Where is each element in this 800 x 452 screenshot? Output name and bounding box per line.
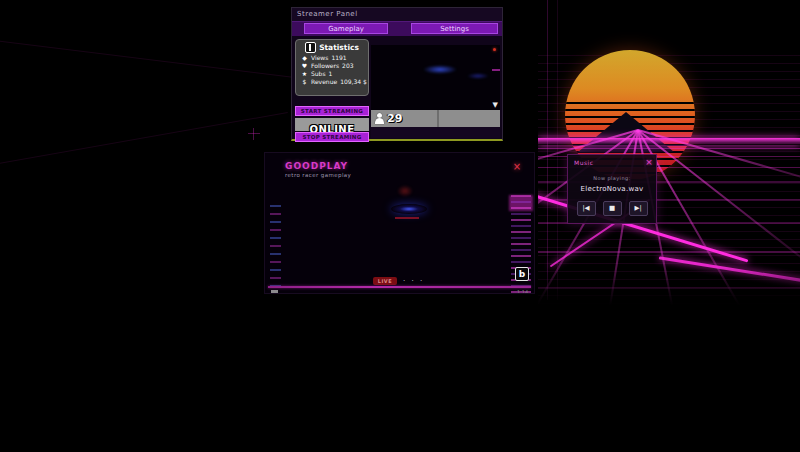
stat-label: Views xyxy=(311,54,328,61)
viewer-count-segment: 29 xyxy=(371,110,439,127)
video-logo: b xyxy=(515,267,529,281)
stat-row-followers: ♥ Followers 203 xyxy=(296,61,368,69)
stat-label: Followers xyxy=(311,62,339,69)
followers-icon: ♥ xyxy=(301,62,308,69)
video-left-hud xyxy=(270,205,281,294)
close-icon[interactable]: × xyxy=(511,161,523,173)
recording-dot xyxy=(493,48,496,51)
video-dots: · · · xyxy=(403,277,424,285)
viewer-bar: 29 xyxy=(371,110,500,127)
video-timestamp: 1:14 xyxy=(517,289,528,294)
stream-app-window: Streamer Panel Gameplay Settings Statist… xyxy=(291,7,503,141)
stop-streaming-button[interactable]: STOP STREAMING xyxy=(295,132,369,142)
stat-value: 203 xyxy=(342,62,353,69)
video-window: GOODPLAY retro racer gameplay × LIVE · ·… xyxy=(264,152,535,294)
stream-preview: ▼ xyxy=(371,45,500,110)
desktop: Streamer Panel Gameplay Settings Statist… xyxy=(0,0,800,452)
stop-button[interactable]: ■ xyxy=(603,201,622,216)
views-icon: ◆ xyxy=(301,54,308,61)
stream-app-body: Statistics ◆ Views 1191 ♥ Followers 203 … xyxy=(292,36,502,139)
video-corner-chip xyxy=(271,290,278,294)
track-name: ElectroNova.wav xyxy=(568,185,656,193)
preview-edge-streak xyxy=(492,69,500,71)
stream-app-footer xyxy=(371,127,500,138)
stream-status: ONLINE xyxy=(295,118,369,131)
scroll-down-icon[interactable]: ▼ xyxy=(493,101,498,109)
video-blue-hud xyxy=(391,204,427,214)
viewer-count: 29 xyxy=(387,112,402,125)
stat-row-revenue: $ Revenue 109,34 $ xyxy=(296,77,368,85)
music-controls: |◀ ■ ▶| xyxy=(568,201,656,216)
stream-app-title: Streamer Panel xyxy=(297,10,358,18)
next-track-button[interactable]: ▶| xyxy=(629,201,648,216)
desktop-grid-line xyxy=(248,133,260,134)
statistics-panel: Statistics ◆ Views 1191 ♥ Followers 203 … xyxy=(295,39,369,96)
music-player-window: Music × Now playing: ElectroNova.wav |◀ … xyxy=(567,154,657,224)
stat-value: 1 xyxy=(329,70,333,77)
video-red-glow xyxy=(397,185,413,197)
video-red-dash xyxy=(395,217,419,219)
revenue-icon: $ xyxy=(301,78,308,85)
preview-glow xyxy=(467,73,489,79)
grid-line xyxy=(538,251,800,253)
desktop-grid-line xyxy=(0,39,299,79)
stat-label: Subs xyxy=(311,70,326,77)
desktop-grid-line xyxy=(0,112,288,165)
desktop-grid-line xyxy=(253,128,254,140)
close-icon[interactable]: × xyxy=(644,157,654,167)
stat-row-views: ◆ Views 1191 xyxy=(296,53,368,61)
statistics-header: Statistics xyxy=(319,43,359,52)
stat-value: 109,34 $ xyxy=(340,78,367,85)
wallpaper-fade xyxy=(538,267,800,312)
tab-gameplay[interactable]: Gameplay xyxy=(304,23,388,34)
subs-icon: ★ xyxy=(301,70,308,77)
viewers-icon xyxy=(375,113,384,124)
video-title: GOODPLAY xyxy=(285,161,348,171)
video-subtitle: retro racer gameplay xyxy=(285,172,351,178)
now-playing-label: Now playing: xyxy=(568,175,656,181)
stat-row-subs: ★ Subs 1 xyxy=(296,69,368,77)
viewer-bar-segment xyxy=(439,110,500,127)
tab-settings[interactable]: Settings xyxy=(411,23,498,34)
video-seek-bar[interactable] xyxy=(268,286,531,288)
preview-glow xyxy=(423,65,457,74)
stat-value: 1191 xyxy=(331,54,346,61)
previous-track-button[interactable]: |◀ xyxy=(577,201,596,216)
music-window-title: Music xyxy=(574,159,594,166)
start-streaming-button[interactable]: START STREAMING xyxy=(295,106,369,116)
live-badge: LIVE xyxy=(373,277,397,285)
statistics-icon xyxy=(305,42,316,53)
stat-label: Revenue xyxy=(311,78,337,85)
stream-app-tabbar: Gameplay Settings xyxy=(292,21,502,36)
